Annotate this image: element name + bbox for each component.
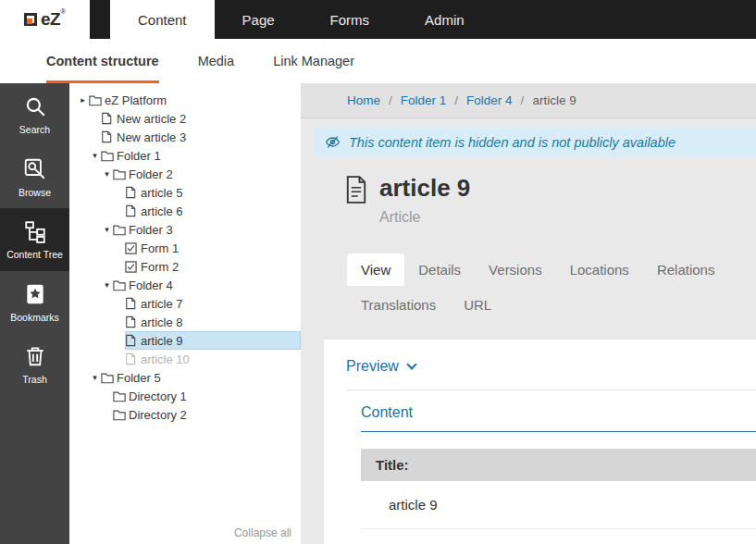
title-text-group: article 9 Article [379,174,470,226]
tree-item-body: article 8 [125,313,301,331]
tree-item-label: Folder 1 [117,149,165,163]
rail-item-label: Search [19,124,50,136]
tab-locations[interactable]: Locations [556,253,643,286]
breadcrumb-folder-4[interactable]: Folder 4 [466,93,513,107]
tree-item-label: article 7 [141,297,187,311]
article-icon [101,112,117,125]
tree-item-label: New article 3 [117,130,190,144]
form-icon [125,261,141,273]
tree-item-label: New article 2 [117,112,190,126]
content-subnav: Content structureMediaLink Manager [0,39,756,83]
browse-icon [23,157,47,181]
tree-item-label: Folder 4 [129,278,177,292]
sub-tab-link-manager[interactable]: Link Manager [273,39,354,83]
top-tab-admin[interactable]: Admin [397,0,492,39]
page-title: article 9 [379,174,470,203]
caret-down-icon[interactable]: ▾ [101,170,113,179]
tree-item-body: Form 1 [125,239,301,257]
article-icon [125,352,141,365]
breadcrumb-separator: / [521,93,525,107]
breadcrumb-folder-1[interactable]: Folder 1 [401,93,447,107]
caret-down-icon[interactable]: ▾ [89,374,101,382]
tree-item-article-6[interactable]: article 6 [69,202,301,220]
divider [346,389,756,390]
tree-item-label: article 8 [141,315,187,329]
search-icon [23,94,47,118]
caret-right-icon[interactable]: ▸ [77,96,89,105]
article-icon [125,186,141,199]
tree-item-folder-5[interactable]: ▾Folder 5 [69,368,301,387]
form-icon [125,242,141,254]
tree-item-article-5[interactable]: article 5 [69,183,301,202]
fields-table: Title:article 9 [361,449,756,529]
tree-item-body: article 7 [125,294,301,313]
tab-view[interactable]: View [347,253,404,286]
tree-item-label: article 10 [141,352,193,366]
tree-item-article-10[interactable]: article 10 [69,350,301,368]
rail-item-browse[interactable]: Browse [0,146,69,209]
folder-icon [113,224,129,236]
caret-down-icon[interactable]: ▾ [89,152,101,160]
tree-item-folder-2[interactable]: ▾Folder 2 [69,165,301,183]
tree-item-folder-3[interactable]: ▾Folder 3 [69,220,301,239]
tree-item-article-7[interactable]: article 7 [69,294,301,313]
tree-item-article-8[interactable]: article 8 [69,313,301,331]
breadcrumb-home[interactable]: Home [347,93,380,107]
rail-item-label: Bookmarks [10,312,59,324]
sub-tab-content-structure[interactable]: Content structure [46,39,159,83]
article-icon [125,204,141,217]
content-type-label: Article [379,209,470,226]
left-rail: SearchBrowseContent TreeBookmarksTrash [0,83,69,544]
breadcrumb-article-9: article 9 [532,93,576,107]
bookmarks-icon [23,282,47,306]
rail-item-search[interactable]: Search [0,83,69,146]
tree-item-directory-2[interactable]: Directory 2 [69,405,301,424]
folder-icon [113,168,129,180]
tree-item-body: article 10 [125,350,301,368]
tree-item-directory-1[interactable]: Directory 1 [69,387,301,405]
hidden-content-alert: This content item is hidden and is not p… [314,128,756,156]
preview-toggle[interactable]: Preview [346,358,415,375]
chevron-down-icon [406,359,416,369]
ez-logo-icon [24,13,37,26]
tab-relations[interactable]: Relations [643,253,729,286]
tree-item-label: Form 1 [141,241,182,255]
tree-item-ez-platform[interactable]: ▸eZ Platform [69,91,301,109]
collapse-all-button[interactable]: Collapse all [234,526,291,539]
tree-item-folder-1[interactable]: ▾Folder 1 [69,146,301,165]
tab-details[interactable]: Details [404,253,475,286]
rail-item-trash[interactable]: Trash [0,333,69,396]
tab-versions[interactable]: Versions [475,253,556,286]
folder-icon [113,279,129,291]
brand-registered-mark: ® [60,7,66,16]
tree-item-article-9[interactable]: article 9 [69,331,301,350]
tab-translations[interactable]: Translations [347,289,450,321]
sub-tab-media[interactable]: Media [198,39,235,83]
article-icon [125,315,141,328]
caret-down-icon[interactable]: ▾ [101,281,113,290]
caret-down-icon[interactable]: ▾ [101,226,113,234]
body-row: SearchBrowseContent TreeBookmarksTrash ▸… [0,83,756,544]
tree-item-form-1[interactable]: Form 1 [69,239,301,257]
article-icon [125,334,141,347]
tree-item-label: Directory 1 [129,389,191,403]
tab-url[interactable]: URL [450,289,505,321]
top-tab-content[interactable]: Content [110,0,215,39]
rail-item-label: Browse [19,187,51,199]
tree-item-label: Form 2 [141,260,182,274]
tree-item-body: Folder 1 [101,146,301,165]
rail-item-content-tree[interactable]: Content Tree [0,208,69,271]
breadcrumb-separator: / [454,93,458,107]
top-tab-page[interactable]: Page [215,0,303,39]
top-tab-forms[interactable]: Forms [303,0,398,39]
breadcrumb: Home/Folder 1/Folder 4/article 9 [301,83,756,118]
tree-item-new-article-2[interactable]: New article 2 [69,109,301,128]
tree-item-new-article-3[interactable]: New article 3 [69,128,301,146]
tree-item-form-2[interactable]: Form 2 [69,257,301,276]
ez-logo[interactable]: eZ ® [0,0,90,39]
rail-item-bookmarks[interactable]: Bookmarks [0,271,69,334]
breadcrumb-separator: / [389,93,392,107]
top-bar: eZ ® ContentPageFormsAdmin [0,0,756,39]
tree-item-folder-4[interactable]: ▾Folder 4 [69,276,301,294]
main-nav: ContentPageFormsAdmin [110,0,492,39]
